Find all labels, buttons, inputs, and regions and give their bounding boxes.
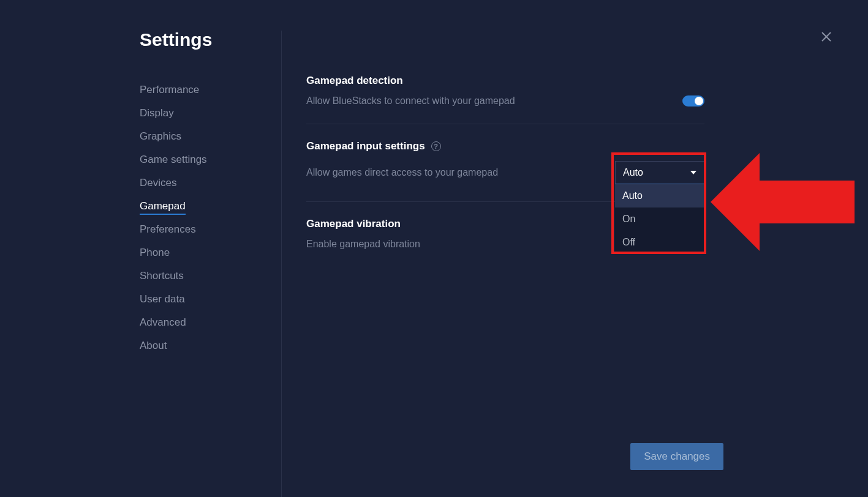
sidebar-item-label: Shortcuts xyxy=(140,270,184,282)
section-description: Enable gamepad vibration xyxy=(306,239,420,250)
help-icon[interactable]: ? xyxy=(431,141,441,151)
sidebar-item-label: Game settings xyxy=(140,154,207,165)
sidebar-item-label: Gamepad xyxy=(140,200,186,215)
section-title: Gamepad detection xyxy=(306,75,704,87)
sidebar-item-shortcuts[interactable]: Shortcuts xyxy=(140,264,281,288)
page-title: Settings xyxy=(140,29,212,50)
sidebar-item-about[interactable]: About xyxy=(140,334,281,357)
sidebar-item-performance[interactable]: Performance xyxy=(140,78,281,102)
section-description: Allow games direct access to your gamepa… xyxy=(306,167,498,178)
sidebar-item-label: Advanced xyxy=(140,316,186,328)
section-description: Allow BlueStacks to connect with your ga… xyxy=(306,95,515,106)
sidebar-item-label: Graphics xyxy=(140,130,181,142)
dropdown-options-list: Auto On Off xyxy=(615,184,704,254)
sidebar-item-label: User data xyxy=(140,293,185,305)
sidebar-item-preferences[interactable]: Preferences xyxy=(140,218,281,241)
settings-main-content: Gamepad detection Allow BlueStacks to co… xyxy=(282,31,868,497)
sidebar-item-label: Preferences xyxy=(140,223,196,235)
toggle-knob xyxy=(695,97,703,105)
sidebar-item-label: About xyxy=(140,340,167,351)
close-button[interactable] xyxy=(819,29,834,44)
sidebar-item-gamepad[interactable]: Gamepad xyxy=(140,195,281,218)
sidebar-item-user-data[interactable]: User data xyxy=(140,288,281,311)
dropdown-option-auto[interactable]: Auto xyxy=(615,184,704,207)
sidebar-item-label: Phone xyxy=(140,247,170,258)
dropdown-selected: Auto xyxy=(623,167,643,178)
sidebar-item-game-settings[interactable]: Game settings xyxy=(140,148,281,171)
section-title-text: Gamepad input settings xyxy=(306,140,425,152)
section-gamepad-input: Gamepad input settings ? Allow games dir… xyxy=(306,140,704,202)
sidebar-item-devices[interactable]: Devices xyxy=(140,171,281,195)
settings-sidebar: Performance Display Graphics Game settin… xyxy=(140,31,282,497)
chevron-down-icon xyxy=(690,171,696,174)
dropdown-option-off[interactable]: Off xyxy=(615,231,704,254)
sidebar-item-label: Display xyxy=(140,107,174,119)
section-title: Gamepad input settings ? xyxy=(306,140,704,152)
save-changes-button[interactable]: Save changes xyxy=(630,443,723,470)
sidebar-item-display[interactable]: Display xyxy=(140,102,281,125)
sidebar-item-graphics[interactable]: Graphics xyxy=(140,125,281,148)
sidebar-item-phone[interactable]: Phone xyxy=(140,241,281,264)
dropdown-option-on[interactable]: On xyxy=(615,207,704,231)
gamepad-detection-toggle[interactable] xyxy=(682,95,704,106)
sidebar-item-label: Performance xyxy=(140,84,199,95)
gamepad-input-dropdown[interactable]: Auto xyxy=(615,161,704,184)
sidebar-item-label: Devices xyxy=(140,177,176,189)
section-gamepad-detection: Gamepad detection Allow BlueStacks to co… xyxy=(306,75,704,124)
sidebar-item-advanced[interactable]: Advanced xyxy=(140,311,281,334)
gamepad-input-dropdown-wrapper: Auto Auto On Off xyxy=(615,161,704,184)
close-icon xyxy=(821,31,832,42)
